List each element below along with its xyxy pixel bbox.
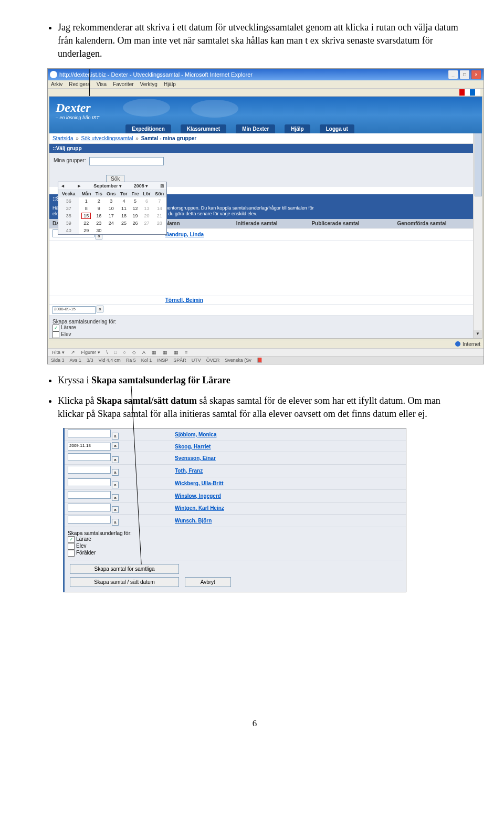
calendar-day[interactable]: 2 (93, 197, 104, 205)
calendar-day[interactable] (130, 227, 141, 234)
calendar-icon[interactable]: a (112, 442, 119, 449)
date-input[interactable] (68, 466, 111, 474)
menu-favoriter[interactable]: Favoriter (113, 81, 133, 87)
calendar-day[interactable]: 15 (79, 212, 93, 219)
calendar-year[interactable]: 2008 ▾ (134, 183, 149, 189)
scrollbar-down-icon[interactable]: ▼ (474, 330, 482, 338)
date-input[interactable] (68, 491, 111, 499)
tab-logga-ut[interactable]: Logga ut (320, 124, 354, 133)
calendar-icon[interactable]: a (112, 482, 119, 488)
tool-dash-icon[interactable]: ≡ (183, 350, 190, 355)
tool-text-icon[interactable]: A (140, 350, 148, 355)
tool-diamond-icon[interactable]: ◇ (130, 350, 138, 355)
calendar-day[interactable] (153, 227, 166, 234)
date-input[interactable] (68, 430, 111, 437)
calendar-day[interactable]: 29 (79, 227, 93, 234)
calendar-day[interactable] (118, 227, 129, 234)
checkbox-larare-2[interactable] (68, 536, 75, 543)
student-link[interactable]: Svensson, Einar (175, 455, 216, 461)
calendar-day[interactable]: 17 (104, 212, 118, 219)
calendar-day[interactable]: 11 (118, 205, 129, 212)
calendar-icon[interactable]: a (112, 519, 119, 526)
calendar-day[interactable]: 14 (153, 205, 166, 212)
calendar-day[interactable]: 4 (118, 197, 129, 205)
menu-verktyg[interactable]: Verktyg (140, 81, 158, 87)
skapa-samtal-datum-button[interactable]: Skapa samtal / sätt datum (70, 577, 179, 587)
avbryt-button[interactable]: Avbryt (185, 577, 231, 587)
calendar-month[interactable]: September ▾ (93, 183, 122, 189)
calendar-day[interactable]: 10 (104, 205, 118, 212)
calendar-day[interactable]: 18 (118, 212, 129, 219)
date-input[interactable] (68, 478, 111, 486)
student-link[interactable]: Wunsch, Björn (175, 518, 212, 524)
calendar-day[interactable]: 19 (130, 212, 141, 219)
student-link[interactable]: Bandrup, Linda (165, 232, 204, 237)
calendar-icon[interactable]: a (112, 456, 119, 463)
calendar-day[interactable]: 5 (130, 197, 141, 205)
tab-klassrummet[interactable]: Klassrummet (181, 124, 226, 133)
window-maximize-button[interactable]: □ (459, 70, 470, 79)
menu-hjalp[interactable]: Hjälp (164, 81, 176, 87)
tab-hjalp[interactable]: Hjälp (285, 124, 310, 133)
tool-rita[interactable]: Rita ▾ (50, 350, 67, 355)
calendar-next-icon[interactable]: ► (77, 183, 82, 189)
calendar-day[interactable]: 9 (93, 205, 104, 212)
checkbox-larare[interactable] (52, 325, 59, 331)
calendar-day[interactable]: 28 (153, 219, 166, 227)
date-input[interactable]: 2009-11-18 (68, 443, 111, 451)
calendar-day[interactable] (141, 227, 152, 234)
calendar-icon[interactable]: a (112, 433, 119, 440)
student-link[interactable]: Skoog, Harriet (175, 444, 211, 449)
calendar-day[interactable]: 22 (79, 219, 93, 227)
student-link[interactable]: Toth, Franz (175, 468, 203, 474)
calendar-prev-icon[interactable]: ◄ (60, 183, 65, 189)
student-link[interactable]: Winslow, Ingegerd (175, 493, 221, 499)
checkbox-foralder-2[interactable] (68, 550, 75, 557)
calendar-day[interactable]: 8 (79, 205, 93, 212)
date-input[interactable]: 2008-09-15 (52, 306, 96, 314)
calendar-day[interactable]: 21 (153, 212, 166, 219)
calendar-icon[interactable]: a (112, 506, 119, 513)
calendar-day[interactable]: 12 (130, 205, 141, 212)
student-link[interactable]: Wickberg, Ulla-Britt (175, 480, 224, 486)
menu-arkiv[interactable]: Arkiv (51, 81, 62, 87)
calendar-day[interactable]: 16 (93, 212, 104, 219)
tool-font-color-icon[interactable]: ▦ (172, 350, 181, 355)
checkbox-foralder[interactable] (52, 338, 59, 339)
date-input[interactable] (68, 516, 111, 524)
calendar-day[interactable]: 27 (141, 219, 152, 227)
calendar-day[interactable]: 26 (130, 219, 141, 227)
tool-line-icon[interactable]: \ (104, 350, 110, 355)
skapa-samtal-alla-button[interactable]: Skapa samtal för samtliga (70, 564, 179, 574)
student-link[interactable]: Törnell, Beimin (165, 297, 203, 303)
calendar-icon[interactable]: a (97, 306, 103, 312)
menu-visa[interactable]: Visa (97, 81, 107, 87)
checkbox-elev-2[interactable] (68, 543, 75, 550)
calendar-day[interactable]: 3 (104, 197, 118, 205)
calendar-day[interactable]: 24 (104, 219, 118, 227)
calendar-day[interactable]: 13 (141, 205, 152, 212)
calendar-day[interactable]: 30 (93, 227, 104, 234)
date-input[interactable] (68, 453, 111, 461)
tool-line-color-icon[interactable]: ▦ (161, 350, 170, 355)
menu-redigera[interactable]: Redigera (69, 81, 90, 87)
calendar-close-icon[interactable]: ⊠ (160, 183, 164, 189)
date-input[interactable] (68, 504, 111, 511)
tool-rect-icon[interactable]: □ (112, 350, 119, 355)
mina-grupper-select[interactable] (89, 157, 164, 165)
tab-min-dexter[interactable]: Min Dexter (236, 124, 275, 133)
tab-expeditionen[interactable]: Expeditionen (125, 124, 171, 133)
calendar-day[interactable]: 25 (118, 219, 129, 227)
calendar-day[interactable]: 23 (93, 219, 104, 227)
calendar-icon[interactable]: a (112, 469, 119, 476)
window-minimize-button[interactable]: _ (448, 70, 458, 79)
tool-arrow-icon[interactable]: ↗ (69, 350, 77, 355)
tool-figurer[interactable]: Figurer ▾ (79, 350, 102, 355)
tool-oval-icon[interactable]: ○ (121, 350, 128, 355)
calendar-icon[interactable]: a (112, 494, 119, 501)
student-link[interactable]: Sjöblom, Monica (175, 432, 216, 437)
student-link[interactable]: Wintgen, Karl Heinz (175, 505, 224, 511)
calendar-day[interactable]: 20 (141, 212, 152, 219)
calendar-day[interactable] (104, 227, 118, 234)
checkbox-elev[interactable] (52, 331, 59, 338)
